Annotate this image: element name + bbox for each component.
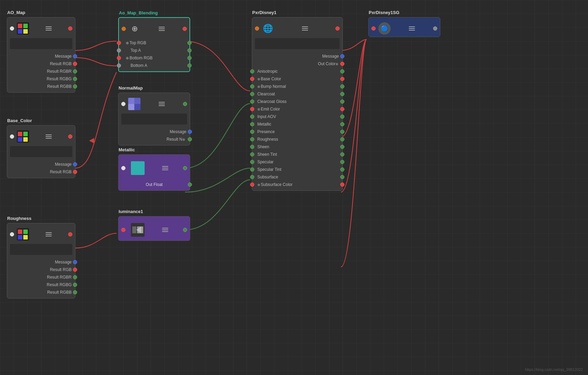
normalmap-message-label: Message bbox=[170, 129, 186, 134]
roughness-menu[interactable] bbox=[46, 232, 52, 236]
roughness-title: Roughness bbox=[7, 216, 32, 221]
base-color-port-right bbox=[68, 134, 72, 139]
roughness-result-rgbr-row: Result RGBR bbox=[7, 273, 75, 281]
metallic-out-float-label: Out Float bbox=[146, 182, 162, 187]
ao-map-title: AO_Map bbox=[7, 10, 25, 15]
roughness-message-label: Message bbox=[55, 260, 72, 265]
pxrdisney-roughness-port-r bbox=[340, 137, 344, 141]
ao-map-result-rgb-row: Result RGB bbox=[7, 60, 75, 68]
ao-map-menu[interactable] bbox=[46, 26, 52, 31]
pxrdisney-clearcoat-row: Clearcoat bbox=[252, 90, 342, 98]
ao-map-result-rgbg-label: Result RGBG bbox=[47, 77, 72, 81]
normalmap-port-left bbox=[121, 102, 125, 106]
pxrdisney-specular-row: Specular bbox=[252, 158, 342, 166]
pxrdisney-bump-normal-port-r bbox=[340, 84, 344, 89]
metallic-menu[interactable] bbox=[162, 166, 168, 170]
pxrdisney-subsurface-color-port-l bbox=[250, 183, 254, 187]
pxrdisney-specular-tint-row: Specular Tint bbox=[252, 166, 342, 173]
blending-bottom-rgb-row: ⊕ Bottom RGB bbox=[119, 54, 189, 62]
pxrdisney-presence-label: Presence bbox=[257, 129, 275, 134]
ao-map-result-rgb-label: Result RGB bbox=[50, 61, 72, 66]
ao-map-message-port bbox=[73, 54, 77, 58]
metallic-out-float-row: Out Float bbox=[119, 181, 190, 188]
pxrdisney-preview bbox=[255, 38, 340, 49]
blending-menu[interactable] bbox=[159, 27, 165, 31]
blending-bottom-a-port-right bbox=[187, 63, 192, 68]
sg-icon: 🔵 bbox=[378, 22, 391, 35]
pxrdisney-port-right bbox=[335, 26, 340, 31]
pxrdisney-anisotropic-port-r bbox=[340, 69, 344, 73]
ao-map-blending-title: Ao_Map_Blending bbox=[119, 10, 158, 15]
pxrdisney-node: PxrDisney1 🌐 Message Out Color ⊕ Anisotr… bbox=[252, 17, 343, 191]
roughness-result-rgb-label: Result RGB bbox=[50, 267, 72, 272]
roughness-result-rgb-port bbox=[73, 268, 77, 272]
pxrdisney-anisotropic-port bbox=[250, 69, 254, 73]
pxrdisney-out-color-row: Out Color ⊕ bbox=[252, 60, 342, 68]
base-color-result-rgb-label: Result RGB bbox=[50, 169, 72, 174]
normalmap-menu[interactable] bbox=[159, 102, 165, 106]
pxrdisney-sheen-tint-row: Sheen Tint bbox=[252, 151, 342, 158]
metallic-port-right bbox=[183, 166, 187, 170]
normalmap-title: NormalMap bbox=[119, 85, 143, 91]
pxrdisney-sheen-port-l bbox=[250, 145, 254, 149]
ao-map-result-rgbb-label: Result RGBB bbox=[47, 84, 72, 89]
sg-menu[interactable] bbox=[409, 26, 415, 31]
roughness-result-rgbr-port bbox=[73, 275, 77, 279]
pxrdisney-clearcoat-gloss-row: Clearcoat Gloss bbox=[252, 98, 342, 105]
pxrdisney-input-aov-label: Input AOV bbox=[257, 114, 276, 119]
pxrdisney-metallic-port-r bbox=[340, 122, 344, 126]
roughness-result-rgbg-port bbox=[73, 283, 77, 287]
pxrdisney-input-aov-port-r bbox=[340, 115, 344, 119]
luminance-node: luminance1 bbox=[118, 216, 190, 241]
luminance-menu[interactable] bbox=[162, 228, 168, 232]
pxrdisney-bump-normal-port-l bbox=[250, 84, 254, 89]
normalmap-message-row: Message bbox=[119, 128, 190, 136]
svg-rect-6 bbox=[132, 226, 136, 233]
pxrdisney-emit-color-port-l bbox=[250, 107, 254, 111]
roughness-result-rgbb-label: Result RGBB bbox=[47, 290, 72, 295]
ao-map-result-rgbg-row: Result RGBG bbox=[7, 75, 75, 83]
pxrdisney-clearcoat-gloss-port-r bbox=[340, 99, 344, 104]
pxrdisney-subsurface-port-l bbox=[250, 175, 254, 179]
pxrdisney-sheen-port-r bbox=[340, 145, 344, 149]
pxrdisney-clearcoat-port-l bbox=[250, 92, 254, 96]
pxrdisney-presence-port-r bbox=[340, 130, 344, 134]
pxrdisney-specular-tint-port-l bbox=[250, 167, 254, 172]
normalmap-result-n-row: Result N ⊕ bbox=[119, 136, 190, 143]
pxrdisney-sheen-tint-port-r bbox=[340, 152, 344, 156]
metallic-out-float-port bbox=[188, 183, 192, 187]
roughness-result-rgbg-row: Result RGBG bbox=[7, 281, 75, 289]
pxrdisney-specular-tint-port-r bbox=[340, 167, 344, 172]
pxrdisney-subsurface-color-port-r bbox=[340, 183, 344, 187]
base-color-preview bbox=[10, 146, 72, 157]
metallic-node: Metallic Out Float bbox=[118, 154, 190, 191]
roughness-result-rgbg-label: Result RGBG bbox=[47, 282, 72, 287]
pxrdisney-sg-title: PxrDisney1SG bbox=[369, 10, 400, 15]
roughness-icon bbox=[17, 228, 29, 241]
pxrdisney-bump-normal-label: Bump Normal bbox=[261, 84, 286, 89]
luminance-port-right bbox=[183, 228, 187, 232]
pxrdisney-roughness-port-l bbox=[250, 137, 254, 141]
pxrdisney-specular-tint-label: Specular Tint bbox=[257, 167, 281, 172]
pxrdisney-base-color-port-r bbox=[340, 77, 344, 81]
ao-map-message-row: Message bbox=[7, 52, 75, 60]
normalmap-message-port bbox=[188, 130, 192, 134]
roughness-port-right bbox=[68, 232, 72, 236]
ao-map-preview bbox=[10, 38, 72, 49]
normalmap-icon bbox=[128, 98, 140, 110]
pxrdisney-sheen-tint-port-l bbox=[250, 152, 254, 156]
pxrdisney-menu[interactable] bbox=[302, 26, 308, 31]
ao-map-icon bbox=[17, 22, 29, 35]
blending-top-rgb-row: ⊕ Top RGB bbox=[119, 39, 189, 47]
svg-marker-0 bbox=[89, 138, 94, 143]
roughness-node: Roughness Message Result RGB Result RGB bbox=[7, 223, 75, 298]
base-color-message-port bbox=[73, 162, 77, 166]
ao-map-result-rgbr-row: Result RGBR bbox=[7, 68, 75, 75]
blending-top-a-label: Top A bbox=[126, 48, 141, 53]
svg-rect-2 bbox=[128, 98, 134, 104]
base-color-port-left bbox=[10, 134, 14, 139]
blending-bottom-a-port-left bbox=[117, 63, 121, 68]
pxrdisney-specular-port-r bbox=[340, 160, 344, 164]
blending-top-a-port-left bbox=[117, 48, 121, 52]
base-color-menu[interactable] bbox=[46, 134, 52, 139]
